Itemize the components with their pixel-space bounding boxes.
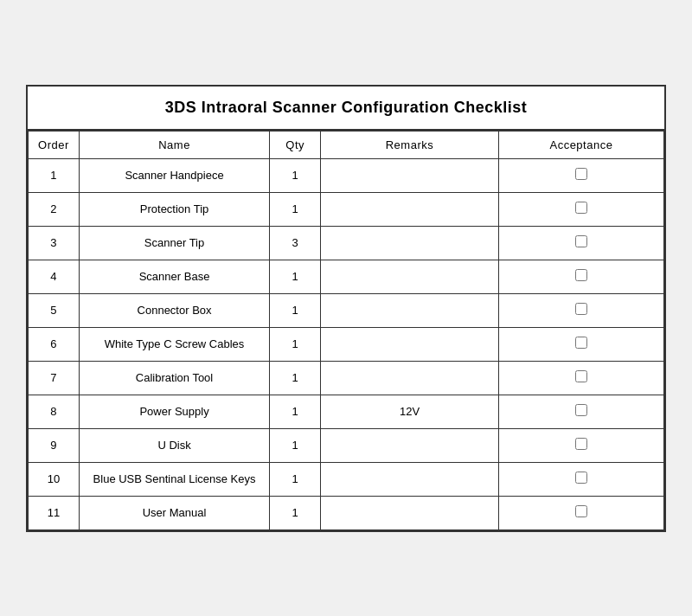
cell-acceptance[interactable]	[498, 260, 663, 293]
cell-order: 2	[29, 192, 80, 226]
table-row: 11User Manual1	[29, 496, 664, 529]
cell-acceptance[interactable]	[498, 158, 663, 192]
acceptance-checkbox[interactable]	[575, 404, 587, 416]
header-remarks: Remarks	[321, 131, 499, 158]
cell-remarks	[321, 226, 499, 260]
table-row: 9U Disk1	[29, 428, 664, 462]
cell-acceptance[interactable]	[498, 361, 663, 395]
checklist-table: Order Name Qty Remarks Acceptance 1Scann…	[28, 131, 664, 530]
cell-acceptance[interactable]	[498, 428, 663, 462]
cell-remarks	[321, 428, 499, 462]
cell-qty: 1	[270, 293, 321, 327]
acceptance-checkbox[interactable]	[575, 269, 587, 281]
cell-name: Scanner Handpiece	[79, 158, 270, 192]
cell-name: Connector Box	[79, 293, 270, 327]
cell-name: Scanner Tip	[79, 226, 270, 260]
cell-order: 11	[29, 496, 80, 529]
cell-order: 5	[29, 293, 80, 327]
cell-qty: 1	[270, 462, 321, 496]
acceptance-checkbox[interactable]	[575, 303, 587, 315]
cell-remarks	[321, 192, 499, 226]
table-row: 4Scanner Base1	[29, 260, 664, 293]
cell-qty: 3	[270, 226, 321, 260]
cell-name: Power Supply	[79, 395, 270, 428]
cell-qty: 1	[270, 327, 321, 361]
cell-remarks	[321, 293, 499, 327]
page-title: 3DS Intraoral Scanner Configuration Chec…	[28, 87, 664, 131]
cell-order: 4	[29, 260, 80, 293]
cell-acceptance[interactable]	[498, 327, 663, 361]
cell-remarks: 12V	[321, 395, 499, 428]
acceptance-checkbox[interactable]	[575, 472, 587, 484]
cell-acceptance[interactable]	[498, 496, 663, 529]
cell-order: 1	[29, 158, 80, 192]
cell-qty: 1	[270, 158, 321, 192]
cell-remarks	[321, 327, 499, 361]
cell-acceptance[interactable]	[498, 395, 663, 428]
table-row: 6White Type C Screw Cables1	[29, 327, 664, 361]
table-row: 10Blue USB Sentinal License Keys1	[29, 462, 664, 496]
acceptance-checkbox[interactable]	[575, 337, 587, 349]
table-row: 5Connector Box1	[29, 293, 664, 327]
cell-order: 7	[29, 361, 80, 395]
table-row: 8Power Supply112V	[29, 395, 664, 428]
cell-order: 6	[29, 327, 80, 361]
table-header-row: Order Name Qty Remarks Acceptance	[29, 131, 664, 158]
cell-name: User Manual	[79, 496, 270, 529]
checklist-container: 3DS Intraoral Scanner Configuration Chec…	[26, 85, 666, 532]
cell-qty: 1	[270, 496, 321, 529]
cell-name: U Disk	[79, 428, 270, 462]
header-order: Order	[29, 131, 80, 158]
cell-remarks	[321, 260, 499, 293]
cell-order: 9	[29, 428, 80, 462]
cell-name: White Type C Screw Cables	[79, 327, 270, 361]
acceptance-checkbox[interactable]	[575, 202, 587, 214]
header-acceptance: Acceptance	[498, 131, 663, 158]
table-row: 7Calibration Tool1	[29, 361, 664, 395]
table-row: 3Scanner Tip3	[29, 226, 664, 260]
cell-remarks	[321, 158, 499, 192]
table-row: 2Protection Tip1	[29, 192, 664, 226]
cell-remarks	[321, 361, 499, 395]
cell-remarks	[321, 462, 499, 496]
cell-order: 10	[29, 462, 80, 496]
cell-qty: 1	[270, 395, 321, 428]
cell-acceptance[interactable]	[498, 226, 663, 260]
cell-qty: 1	[270, 260, 321, 293]
table-body: 1Scanner Handpiece12Protection Tip13Scan…	[29, 158, 664, 529]
cell-order: 8	[29, 395, 80, 428]
acceptance-checkbox[interactable]	[575, 505, 587, 517]
cell-qty: 1	[270, 192, 321, 226]
header-qty: Qty	[270, 131, 321, 158]
header-name: Name	[79, 131, 270, 158]
cell-name: Blue USB Sentinal License Keys	[79, 462, 270, 496]
cell-acceptance[interactable]	[498, 462, 663, 496]
cell-qty: 1	[270, 361, 321, 395]
cell-acceptance[interactable]	[498, 293, 663, 327]
cell-order: 3	[29, 226, 80, 260]
cell-name: Protection Tip	[79, 192, 270, 226]
acceptance-checkbox[interactable]	[575, 438, 587, 450]
acceptance-checkbox[interactable]	[575, 168, 587, 180]
cell-acceptance[interactable]	[498, 192, 663, 226]
cell-remarks	[321, 496, 499, 529]
acceptance-checkbox[interactable]	[575, 235, 587, 247]
cell-name: Calibration Tool	[79, 361, 270, 395]
acceptance-checkbox[interactable]	[575, 370, 587, 382]
table-row: 1Scanner Handpiece1	[29, 158, 664, 192]
cell-qty: 1	[270, 428, 321, 462]
cell-name: Scanner Base	[79, 260, 270, 293]
